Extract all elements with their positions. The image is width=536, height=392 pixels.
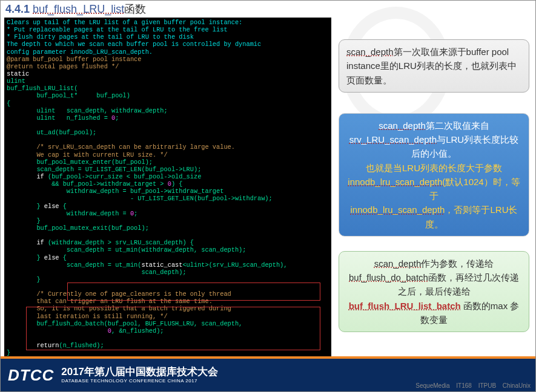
code-line: ulint scan_depth, withdraw_depth;: [7, 107, 329, 114]
code-line: buf_pool_mutex_enter(buf_pool);: [7, 158, 329, 166]
code-line: buf_pool_t* buf_pool): [7, 92, 329, 99]
callout-yellow: 也就是当LRU列表的长度大于参数: [366, 163, 502, 173]
function-name: buf_flush_LRU_list: [33, 3, 124, 15]
callout-text: 作为参数，传递给: [421, 258, 494, 269]
highlight-box-2: [26, 307, 320, 350]
highlight-box-1: [67, 283, 320, 301]
comment-line: * Flush dirty pages at the tail of LRU t…: [7, 33, 329, 41]
callout-green: scan_depth作为参数，传递给buf_flush_do_batch函数，再…: [339, 251, 529, 332]
comment-line: * Put replaceable pages at the tail of L…: [7, 26, 329, 33]
code-line: ut_ad(buf_pool);: [7, 129, 329, 136]
slide-title: 4.4.1 buf_flush_LRU_list函数: [1, 1, 535, 18]
code-line: withdraw_depth = buf_pool->withdraw_targ…: [7, 188, 329, 195]
slide-footer: DTCC 2017年第八届中国数据库技术大会 DATABASE TECHNOLO…: [1, 356, 535, 391]
callout-term: scan_depth: [346, 47, 394, 57]
code-line: if (withdraw_depth > srv_LRU_scan_depth)…: [7, 239, 329, 246]
code-line: buf_flush_LRU_list(: [7, 85, 329, 92]
callouts-column: scan_depth第一次取值来源于buffer pool instance里的…: [339, 18, 529, 358]
callout-yellow: innodb_lru_scan_depth(: [348, 177, 445, 187]
comment-line: We cap it with current LRU size. */: [7, 151, 329, 158]
callout-yellow: innodb_lru_scan_depth: [351, 204, 445, 215]
callout-blue: scan_depth第二次取值来自 srv_LRU_scan_depth与LRU…: [339, 113, 529, 237]
code-line: }: [7, 217, 329, 224]
code-line: ulint n_flushed = 0;: [7, 114, 329, 122]
conference-title-block: 2017年第八届中国数据库技术大会 DATABASE TECHNOLOGY CO…: [61, 367, 218, 384]
callout-term: scan_depth: [379, 120, 426, 131]
callout-red-term: buf_flush_LRU_list_batch: [349, 301, 461, 311]
comment-line: /* srv_LRU_scan_depth can be arbitrarily…: [7, 143, 329, 151]
conference-subtitle: DATABASE TECHNOLOGY CONFERENCE CHINA 201…: [61, 378, 218, 384]
conference-title: 2017年第八届中国数据库技术大会: [61, 367, 218, 378]
sponsor-row: SequeMedia IT168 ITPUB ChinaUnix: [411, 382, 531, 389]
callout-grey: scan_depth第一次取值来源于buffer pool instance里的…: [339, 39, 529, 93]
comment-line: @return total pages flushed */: [7, 63, 329, 70]
code-line: withdraw_depth = 0;: [7, 210, 329, 217]
code-line: buf_pool_mutex_exit(buf_pool);: [7, 224, 329, 232]
code-line: if (buf_pool->curr_size < buf_pool->old_…: [7, 173, 329, 180]
code-line: scan_depth = ut_min(static_cast<ulint>(s…: [7, 261, 329, 269]
code-block: Clears up tail of the LRU list of a give…: [4, 18, 331, 358]
sponsor-logo: ChinaUnix: [503, 382, 531, 389]
code-line: scan_depth = ut_min(withdraw_depth, scan…: [7, 246, 329, 253]
comment-line: @param buf_pool buffer pool instance: [7, 56, 329, 63]
code-line: }: [7, 349, 329, 356]
sponsor-logo: ITPUB: [478, 382, 496, 389]
comment-line: The depth to which we scan each buffer p…: [7, 41, 329, 48]
code-line: ulint: [7, 77, 329, 85]
callout-term: buf_flush_do_batch: [349, 272, 428, 283]
code-line: && buf_pool->withdraw_target > 0) {: [7, 180, 329, 188]
sponsor-logo: SequeMedia: [415, 382, 449, 389]
code-line: {: [7, 100, 329, 107]
code-line: scan_depth);: [7, 269, 329, 276]
code-line: - UT_LIST_GET_LEN(buf_pool->withdraw);: [7, 195, 329, 202]
conference-logo: DTCC: [8, 366, 54, 385]
callout-term: scan_depth: [374, 258, 422, 269]
comment-line: Clears up tail of the LRU list of a give…: [7, 19, 329, 26]
comment-line: config parameter innodb_LRU_scan_depth.: [7, 48, 329, 56]
sponsor-logo: IT168: [456, 382, 472, 389]
code-line: } else {: [7, 203, 329, 210]
code-line: static: [7, 70, 329, 77]
code-line: } else {: [7, 254, 329, 261]
callout-text: 第二次取值来自: [426, 120, 489, 131]
code-line: scan_depth = UT_LIST_GET_LEN(buf_pool->L…: [7, 166, 329, 173]
title-suffix: 函数: [124, 3, 146, 15]
callout-term: srv_LRU_scan_depth: [349, 134, 437, 145]
section-number: 4.4.1: [5, 3, 30, 15]
